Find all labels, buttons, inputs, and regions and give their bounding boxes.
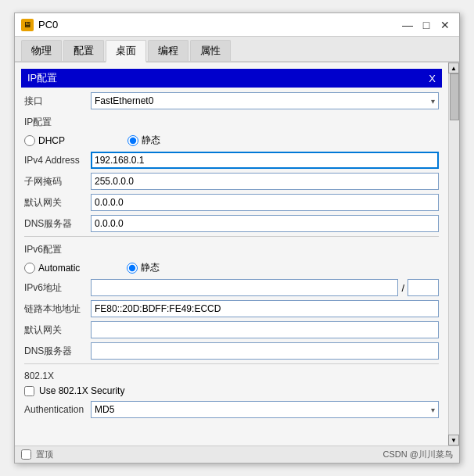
close-button[interactable]: ✕ — [437, 17, 453, 33]
static-radio[interactable] — [127, 135, 138, 146]
automatic-option[interactable]: Automatic — [24, 263, 80, 274]
statusbar-left: 置顶 — [21, 449, 53, 460]
default-gw-input[interactable] — [91, 194, 439, 211]
dot1x-checkbox[interactable] — [24, 386, 34, 396]
auth-dropdown-arrow: ▾ — [431, 406, 435, 414]
dns-row: DNS服务器 — [21, 215, 442, 232]
link-local-label: 链路本地地址 — [24, 302, 91, 316]
dns6-label: DNS服务器 — [24, 345, 91, 358]
ipv4-address-label: IPv4 Address — [24, 155, 91, 166]
ipv4-address-input[interactable] — [91, 152, 439, 169]
minimize-button[interactable]: — — [400, 17, 415, 33]
maximize-button[interactable]: □ — [418, 17, 434, 33]
divider-2 — [24, 363, 439, 364]
dhcp-label: DHCP — [38, 135, 65, 146]
automatic-label: Automatic — [38, 263, 80, 274]
link-local-input[interactable] — [91, 300, 439, 317]
tab-physics[interactable]: 物理 — [21, 40, 62, 61]
tab-properties[interactable]: 属性 — [190, 40, 231, 61]
auth-select[interactable]: MD5 ▾ — [91, 401, 439, 418]
dot1x-section-label: 802.1X — [21, 368, 442, 384]
default-gw6-input[interactable] — [91, 321, 439, 338]
default-gw-label: 默认网关 — [24, 196, 91, 209]
ipv4-mode-row: DHCP 静态 — [21, 131, 442, 149]
static-label: 静态 — [142, 134, 160, 147]
tab-desktop[interactable]: 桌面 — [106, 40, 146, 63]
dhcp-option[interactable]: DHCP — [24, 135, 65, 146]
default-gw6-row: 默认网关 — [21, 321, 442, 338]
window-title: PC0 — [38, 19, 58, 30]
auth-row: Authentication MD5 ▾ — [21, 401, 442, 418]
titlebar-controls: — □ ✕ — [400, 17, 453, 33]
pin-checkbox[interactable] — [21, 449, 31, 460]
static6-option[interactable]: 静态 — [127, 261, 160, 274]
interface-label: 接口 — [24, 95, 91, 108]
tab-config[interactable]: 配置 — [63, 40, 104, 61]
ipv6-prefix-input[interactable] — [408, 279, 439, 296]
interface-select[interactable]: FastEthernet0 ▾ — [91, 92, 439, 109]
static6-radio[interactable] — [127, 263, 138, 274]
dns-label: DNS服务器 — [24, 217, 91, 231]
subnet-mask-row: 子网掩码 — [21, 173, 442, 190]
interface-dropdown-arrow: ▾ — [431, 97, 435, 106]
main-window: 🖥 PC0 — □ ✕ 物理 配置 桌面 编程 属性 IP配置 X 接口 — [14, 13, 460, 463]
auth-label: Authentication — [24, 404, 91, 415]
ipv4-address-row: IPv4 Address — [21, 152, 442, 169]
ip-config-close[interactable]: X — [429, 73, 436, 84]
tab-bar: 物理 配置 桌面 编程 属性 — [15, 37, 459, 63]
scroll-up-button[interactable]: ▲ — [448, 63, 459, 73]
dns6-row: DNS服务器 — [21, 342, 442, 360]
statusbar: 置顶 CSDN @川川菜鸟 — [15, 446, 459, 463]
content-inner: IP配置 X 接口 FastEthernet0 ▾ IP配置 DHCP — [21, 69, 453, 418]
interface-value: FastEthernet0 — [95, 95, 153, 106]
scroll-down-button[interactable]: ▼ — [448, 435, 459, 446]
ipv6-slash: / — [398, 282, 408, 294]
ipv6-address-input[interactable] — [91, 279, 398, 296]
default-gw6-label: 默认网关 — [24, 324, 91, 337]
dot1x-label: Use 802.1X Security — [39, 385, 124, 396]
scrollbar-thumb[interactable] — [450, 73, 459, 120]
default-gw-row: 默认网关 — [21, 194, 442, 211]
subnet-mask-input[interactable] — [91, 173, 439, 190]
dot1x-checkbox-row: Use 802.1X Security — [21, 384, 442, 398]
divider-1 — [24, 236, 439, 237]
ipv4-section-label: IP配置 — [21, 113, 442, 131]
ip-config-header: IP配置 X — [21, 69, 442, 88]
main-content: IP配置 X 接口 FastEthernet0 ▾ IP配置 DHCP — [15, 63, 459, 446]
ipv6-input-group: / — [91, 279, 439, 296]
ipv6-address-row: IPv6地址 / — [21, 279, 442, 296]
ipv6-address-label: IPv6地址 — [24, 281, 91, 295]
ip-config-title: IP配置 — [27, 71, 57, 85]
dns-input[interactable] — [91, 215, 439, 232]
titlebar: 🖥 PC0 — □ ✕ — [15, 13, 459, 37]
brand-label: CSDN @川川菜鸟 — [383, 449, 453, 460]
dns6-input[interactable] — [91, 342, 439, 360]
dhcp-radio[interactable] — [24, 135, 35, 146]
ipv6-section-label: IPv6配置 — [21, 241, 442, 259]
app-icon: 🖥 — [21, 19, 34, 31]
pin-label: 置顶 — [36, 449, 53, 460]
link-local-row: 链路本地地址 — [21, 300, 442, 317]
tab-programming[interactable]: 编程 — [148, 40, 189, 61]
interface-row: 接口 FastEthernet0 ▾ — [21, 92, 442, 109]
static-option[interactable]: 静态 — [127, 134, 160, 147]
subnet-mask-label: 子网掩码 — [24, 175, 91, 188]
auth-value: MD5 — [95, 404, 114, 415]
scrollbar-track: ▲ ▼ — [448, 63, 459, 446]
ipv6-mode-row: Automatic 静态 — [21, 259, 442, 277]
static6-label: 静态 — [141, 261, 160, 274]
titlebar-left: 🖥 PC0 — [21, 19, 58, 31]
automatic-radio[interactable] — [24, 263, 35, 274]
